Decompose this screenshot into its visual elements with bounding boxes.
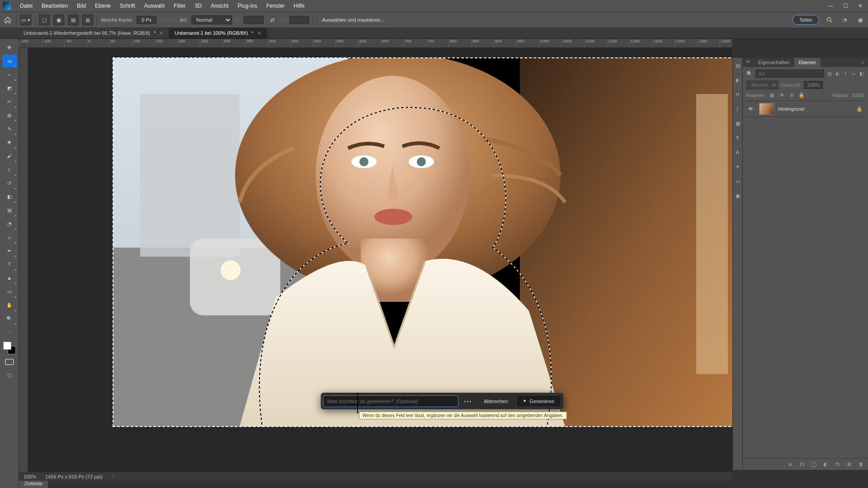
quick-mask-icon[interactable] (5, 359, 14, 365)
panel-icon[interactable]: ▣ (734, 192, 742, 200)
timeline-panel-tab[interactable]: Zeitleiste (19, 481, 48, 488)
path-select-tool-icon[interactable]: ▲ (2, 272, 17, 284)
eraser-tool-icon[interactable]: ◧ (2, 190, 17, 203)
layer-style-icon[interactable]: ƒx (798, 461, 806, 467)
blur-tool-icon[interactable]: ◔ (2, 217, 17, 230)
document-canvas[interactable]: ••• Abbrechen ✦ Generieren Wenn du diese… (113, 58, 732, 427)
more-options-icon[interactable]: ••• (461, 399, 476, 404)
selection-subtract-icon[interactable]: ▤ (68, 14, 79, 25)
menu-3d[interactable]: 3D (190, 1, 206, 11)
brush-tool-icon[interactable]: 🖌 (2, 150, 17, 162)
lock-position-icon[interactable]: ✥ (778, 92, 785, 98)
filter-adjust-icon[interactable]: ◐ (835, 70, 840, 77)
link-layers-icon[interactable]: ⌀ (787, 461, 794, 467)
history-brush-tool-icon[interactable]: ↺ (2, 177, 17, 189)
new-layer-icon[interactable]: ⊞ (845, 461, 853, 467)
zoom-tool-icon[interactable]: 🔍 (2, 312, 17, 325)
clone-stamp-tool-icon[interactable]: ⎌ (2, 163, 17, 176)
marquee-tool-icon[interactable]: ▭ (2, 55, 17, 67)
opacity-value[interactable]: 100% (804, 81, 823, 89)
cancel-button[interactable]: Abbrechen (477, 396, 514, 407)
layer-row[interactable]: 👁 Hintergrund 🔒 (746, 101, 864, 117)
collapse-panels-icon[interactable]: ≪ (743, 58, 754, 67)
hand-tool-icon[interactable]: ✋ (2, 299, 17, 311)
panel-icon[interactable]: ▭ (734, 177, 742, 185)
document-tab[interactable]: Unbenannt-1-Wiederhergestellt bei 66,7% … (18, 28, 169, 38)
maximize-icon[interactable]: ☐ (843, 3, 848, 9)
blend-mode-select[interactable]: Normal (746, 80, 778, 89)
tab-close-icon[interactable]: ✕ (159, 30, 163, 36)
ruler-vertical[interactable] (19, 48, 28, 472)
search-icon[interactable] (825, 15, 835, 25)
tab-close-icon[interactable]: ✕ (257, 30, 261, 36)
document-tab[interactable]: Unbenannt-1 bei 100% (RGB/8#) * ✕ (169, 28, 267, 38)
object-select-tool-icon[interactable]: ◩ (2, 82, 17, 94)
menu-plug-ins[interactable]: Plug-ins (233, 1, 262, 11)
status-expander-icon[interactable]: 〉 (112, 473, 117, 480)
generative-prompt-input[interactable] (323, 395, 459, 407)
panel-icon[interactable]: ¶ (734, 134, 742, 142)
menu-bild[interactable]: Bild (72, 1, 90, 11)
panel-icon[interactable]: ⟳ (734, 90, 742, 99)
menu-bearbeiten[interactable]: Bearbeiten (37, 1, 72, 11)
layer-thumbnail[interactable] (759, 103, 774, 115)
selection-add-icon[interactable]: ▣ (53, 14, 64, 25)
home-icon[interactable] (3, 15, 13, 25)
zoom-level[interactable]: 100% (24, 474, 36, 479)
crop-tool-icon[interactable]: ✂ (2, 95, 17, 108)
filter-image-icon[interactable]: ▧ (827, 70, 832, 77)
workspace-icon[interactable]: ▦ (855, 15, 865, 25)
filter-shape-icon[interactable]: ▱ (851, 70, 856, 77)
visibility-toggle-icon[interactable]: 👁 (748, 106, 755, 112)
menu-datei[interactable]: Datei (15, 1, 37, 11)
screen-mode-icon[interactable]: ▢ (2, 369, 17, 381)
menu-auswahl[interactable]: Auswahl (140, 1, 169, 11)
share-button[interactable]: Teilen (793, 15, 819, 25)
layer-name[interactable]: Hintergrund (778, 106, 853, 112)
frame-tool-icon[interactable]: ⊞ (2, 109, 17, 122)
menu-ansicht[interactable]: Ansicht (206, 1, 233, 11)
gradient-tool-icon[interactable]: ▤ (2, 204, 17, 216)
lock-artboard-icon[interactable]: ⊕ (788, 92, 795, 98)
canvas-area[interactable]: ••• Abbrechen ✦ Generieren Wenn du diese… (28, 48, 732, 472)
lock-all-icon[interactable]: 🔒 (798, 92, 805, 98)
layer-filter-input[interactable] (755, 70, 824, 78)
dodge-tool-icon[interactable]: ☼ (2, 231, 17, 244)
help-icon[interactable]: ◔ (840, 15, 850, 25)
menu-filter[interactable]: Filter (169, 1, 190, 11)
close-icon[interactable]: ✕ (858, 3, 863, 9)
feather-value[interactable]: 0 Px (137, 16, 156, 24)
minimize-icon[interactable]: — (828, 3, 833, 9)
foreground-color-swatch[interactable] (3, 342, 11, 350)
fill-value[interactable]: 100% (852, 93, 864, 98)
move-tool-icon[interactable]: ✥ (2, 41, 17, 54)
search-icon[interactable]: 🔍 (746, 70, 753, 77)
panel-icon[interactable]: ▦ (734, 119, 742, 127)
lock-pixels-icon[interactable]: ▦ (768, 92, 775, 98)
adjustment-layer-icon[interactable]: ◐ (822, 461, 829, 467)
color-swatches[interactable] (3, 342, 16, 354)
generate-button[interactable]: ✦ Generieren (516, 395, 561, 407)
panel-icon[interactable]: ◐ (734, 76, 742, 84)
panel-icon[interactable]: ✦ (734, 163, 742, 171)
panel-icon[interactable]: ▤ (734, 61, 742, 70)
ruler-horizontal[interactable]: -150-100-5005010015020025030035040045050… (19, 39, 732, 48)
marquee-tool-preset-icon[interactable]: ▭ ▾ (20, 14, 31, 25)
eyedropper-tool-icon[interactable]: ✎ (2, 122, 17, 135)
pen-tool-icon[interactable]: ✒ (2, 244, 17, 257)
select-and-mask-button[interactable]: Auswählen und maskieren... (317, 15, 389, 25)
lock-icon[interactable]: 🔒 (856, 106, 863, 112)
edit-toolbar-icon[interactable]: ⋯ (2, 326, 17, 338)
shape-tool-icon[interactable]: ▭ (2, 285, 17, 298)
menu-ebene[interactable]: Ebene (90, 1, 115, 11)
filter-type-icon[interactable]: T (843, 70, 849, 77)
filter-smart-icon[interactable]: ◧ (859, 70, 864, 77)
menu-fenster[interactable]: Fenster (262, 1, 289, 11)
panel-tab-properties[interactable]: Eigenschaften (754, 58, 794, 67)
panel-tab-layers[interactable]: Ebenen (794, 58, 821, 67)
style-select[interactable]: Normal (191, 15, 232, 24)
menu-schrift[interactable]: Schrift (115, 1, 140, 11)
healing-brush-tool-icon[interactable]: ✚ (2, 136, 17, 149)
type-tool-icon[interactable]: T (2, 258, 17, 271)
group-icon[interactable]: 🗀 (834, 461, 841, 467)
